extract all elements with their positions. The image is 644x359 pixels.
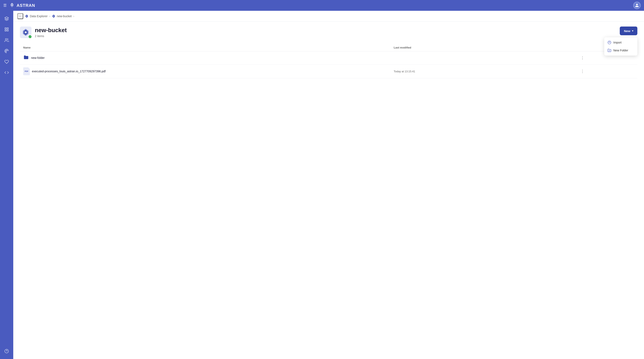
astran-logo-icon (9, 2, 15, 8)
page-title: new-bucket (35, 27, 67, 34)
navbar: ☰ ASTRAN (0, 0, 644, 11)
svg-point-7 (6, 38, 7, 40)
breadcrumb-new-bucket-label: new-bucket (57, 14, 72, 18)
dropdown-new-folder-label: New Folder (613, 49, 628, 52)
hamburger-icon[interactable]: ☰ (3, 3, 7, 8)
sidebar (0, 11, 13, 359)
svg-rect-6 (5, 30, 6, 31)
file-row-name: PDF executed-processes_louis_astran.io_1… (23, 67, 387, 75)
dropdown-import-label: Import (613, 41, 622, 44)
column-header-name: Name (20, 44, 390, 52)
file-table: Name Last modified (20, 44, 637, 78)
dropdown-item-import[interactable]: Import (604, 38, 637, 46)
navbar-left: ☰ ASTRAN (3, 2, 35, 8)
content-area: ← Data Explorer › new-bucket › (13, 11, 644, 359)
table-header: Name Last modified (20, 44, 637, 52)
folder-icon (23, 54, 29, 61)
svg-point-18 (25, 31, 27, 33)
logo-container: ASTRAN (9, 2, 35, 8)
table-cell-name: new-folder (20, 52, 390, 64)
svg-point-8 (5, 349, 8, 353)
file-name[interactable]: new-folder (31, 56, 44, 60)
sidebar-item-code[interactable] (2, 68, 11, 77)
check-badge: ✓ (28, 35, 32, 38)
breadcrumb-data-explorer[interactable]: Data Explorer (25, 14, 48, 18)
more-options-button-row1[interactable]: ⋮ (579, 55, 586, 61)
dropdown-menu: Import New Folder (604, 37, 637, 56)
back-button[interactable]: ← (18, 13, 23, 19)
pdf-label: PDF (25, 70, 28, 72)
table-cell-modified: Today at 13:15:41 (390, 64, 576, 78)
new-button[interactable]: New ▾ (620, 26, 637, 35)
chevron-down-icon: ▾ (632, 30, 633, 32)
user-avatar[interactable] (633, 2, 641, 9)
breadcrumb-data-explorer-label: Data Explorer (30, 14, 48, 18)
bucket-breadcrumb-icon (52, 14, 56, 18)
svg-point-12 (26, 16, 27, 16)
svg-rect-5 (7, 30, 8, 31)
table-body: new-folder ⋮ PDF (20, 52, 637, 78)
table-cell-actions: ⋮ (576, 64, 637, 78)
breadcrumb-separator-2: › (73, 14, 74, 18)
svg-rect-4 (7, 28, 8, 29)
breadcrumb-new-bucket[interactable]: new-bucket (52, 14, 72, 18)
page-content: ✓ new-bucket 2 items New ▾ (13, 22, 644, 359)
file-row-name: new-folder (23, 54, 387, 61)
new-folder-icon (608, 48, 611, 52)
header-right: New ▾ Import (620, 26, 637, 35)
sidebar-item-help[interactable] (2, 346, 11, 356)
table-row: PDF executed-processes_louis_astran.io_1… (20, 64, 637, 78)
main-layout: ← Data Explorer › new-bucket › (0, 11, 644, 359)
more-options-button-row2[interactable]: ⋮ (579, 68, 586, 74)
table-row: new-folder ⋮ (20, 52, 637, 64)
new-button-label: New (624, 29, 630, 33)
page-subtitle: 2 items (35, 34, 67, 38)
breadcrumb-bar: ← Data Explorer › new-bucket › (13, 11, 644, 22)
pdf-file-icon: PDF (23, 67, 30, 75)
bucket-icon-wrap: ✓ (20, 26, 32, 38)
import-icon (608, 41, 611, 44)
sidebar-item-plugin[interactable] (2, 57, 11, 66)
column-header-modified: Last modified (390, 44, 576, 52)
table-cell-modified (390, 52, 576, 64)
dropdown-item-new-folder[interactable]: New Folder (604, 46, 637, 54)
svg-point-2 (12, 4, 13, 6)
sidebar-item-grid[interactable] (2, 25, 11, 34)
page-title-section: new-bucket 2 items (35, 27, 67, 38)
sidebar-item-fingerprint[interactable] (2, 46, 11, 56)
page-header-left: ✓ new-bucket 2 items (20, 26, 67, 38)
file-name[interactable]: executed-processes_louis_astran.io_17277… (32, 70, 106, 73)
logo-text: ASTRAN (16, 3, 35, 8)
data-explorer-icon (25, 14, 28, 18)
page-header: ✓ new-bucket 2 items New ▾ (20, 26, 637, 38)
sidebar-item-users[interactable] (2, 36, 11, 45)
breadcrumb-separator-1: › (49, 14, 50, 18)
sidebar-item-cube[interactable] (2, 14, 11, 23)
svg-rect-3 (5, 28, 6, 29)
avatar-icon (635, 3, 639, 8)
table-cell-name: PDF executed-processes_louis_astran.io_1… (20, 64, 390, 78)
svg-point-15 (53, 16, 54, 16)
